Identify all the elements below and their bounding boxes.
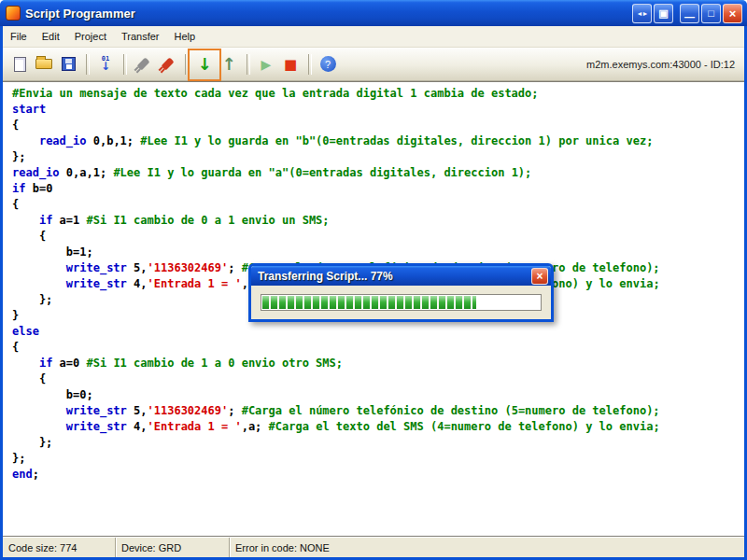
annotation-highlight-box bbox=[188, 49, 221, 81]
save-button[interactable] bbox=[57, 53, 79, 76]
code-line: read_io 0,b,1; #Lee I1 y lo guarda en "b… bbox=[12, 133, 744, 149]
code-line: { bbox=[12, 118, 744, 133]
code-line: read_io 0,a,1; #Lee I1 y lo guarda en "a… bbox=[12, 165, 744, 181]
toolbar-separator bbox=[308, 54, 312, 75]
new-file-button[interactable] bbox=[8, 53, 31, 76]
code-line: write_str 4,'Entrada 1 = ',a; #Carga el … bbox=[12, 419, 744, 435]
app-window: Script Programmer ◄► ▣ — □ × FileEditPro… bbox=[0, 0, 747, 560]
help-icon: ? bbox=[320, 56, 336, 72]
menu-item-edit[interactable]: Edit bbox=[35, 28, 67, 45]
transfer-dialog-body bbox=[251, 286, 551, 319]
menu-item-help[interactable]: Help bbox=[167, 28, 204, 45]
title-bar[interactable]: Script Programmer ◄► ▣ — □ × bbox=[0, 0, 747, 26]
window-title: Script Programmer bbox=[25, 7, 630, 21]
io-monitor-button[interactable]: 01 ↓ bbox=[94, 53, 117, 76]
menu-bar: FileEditProjectTransferHelp bbox=[3, 26, 744, 48]
progress-fill bbox=[262, 296, 476, 309]
code-line: { bbox=[12, 371, 744, 387]
transfer-dialog-close-button[interactable]: × bbox=[531, 268, 548, 285]
connect-button[interactable] bbox=[132, 53, 154, 76]
code-line: b=0; bbox=[12, 387, 744, 403]
menu-item-transfer[interactable]: Transfer bbox=[114, 28, 167, 45]
close-icon: × bbox=[536, 270, 543, 283]
code-line: write_str 5,'1136302469'; #Carga el núme… bbox=[12, 403, 744, 419]
menu-item-file[interactable]: File bbox=[3, 28, 35, 45]
close-button[interactable]: × bbox=[723, 4, 742, 23]
run-button[interactable]: ▶ bbox=[255, 53, 277, 76]
progress-bar bbox=[261, 294, 542, 311]
upload-arrow-icon: ↑ bbox=[221, 56, 235, 73]
shade-icon: ▣ bbox=[658, 7, 668, 20]
io-monitor-icon: 01 ↓ bbox=[101, 56, 110, 72]
minimize-icon: — bbox=[684, 11, 695, 22]
status-code-size: Code size: 774 bbox=[3, 538, 115, 557]
transfer-dialog-titlebar[interactable]: Transferring Script... 77% × bbox=[251, 266, 551, 286]
stop-button[interactable]: ■ bbox=[279, 53, 302, 76]
download-script-button[interactable]: ↓ bbox=[193, 53, 216, 76]
code-line: end; bbox=[12, 467, 744, 483]
code-line: if a=0 #Si I1 cambio de 1 a 0 envio otro… bbox=[12, 356, 744, 371]
code-line: }; bbox=[12, 451, 744, 467]
code-line: if a=1 #Si I1 cambio de 0 a 1 envio un S… bbox=[12, 213, 744, 229]
run-icon: ▶ bbox=[261, 57, 272, 72]
help-button[interactable]: ? bbox=[317, 53, 339, 76]
disconnect-plug-icon bbox=[161, 57, 174, 70]
connect-plug-icon bbox=[136, 57, 149, 70]
code-line: { bbox=[12, 340, 744, 356]
code-line: }; bbox=[12, 435, 744, 451]
code-line: { bbox=[12, 197, 744, 213]
app-icon bbox=[6, 6, 21, 21]
code-line: else bbox=[12, 324, 744, 340]
code-line: }; bbox=[12, 149, 744, 165]
menu-item-project[interactable]: Project bbox=[67, 28, 114, 45]
toolbar-separator bbox=[247, 54, 250, 75]
code-line: { bbox=[12, 229, 744, 245]
toolbar-separator bbox=[123, 54, 127, 75]
status-bar: Code size: 774 Device: GRD Error in code… bbox=[3, 537, 744, 557]
code-line: b=1; bbox=[12, 245, 744, 260]
open-file-button[interactable] bbox=[33, 53, 55, 76]
code-line: #Envia un mensaje de texto cada vez que … bbox=[12, 86, 744, 102]
save-icon bbox=[62, 57, 76, 71]
close-icon: × bbox=[729, 7, 737, 21]
shade-button[interactable]: ▣ bbox=[654, 4, 673, 23]
code-line: if b=0 bbox=[12, 181, 744, 197]
transfer-dialog-title: Transferring Script... 77% bbox=[258, 270, 531, 283]
toolbar: 01 ↓ ↓ ↑ ▶ ■ ? m2m.exemys.com:43000 - ID… bbox=[3, 48, 744, 81]
maximize-button[interactable]: □ bbox=[701, 4, 721, 23]
maximize-icon: □ bbox=[708, 7, 714, 19]
status-device: Device: GRD bbox=[115, 538, 229, 557]
upload-script-button[interactable]: ↑ bbox=[218, 53, 240, 76]
dock-icon: ◄► bbox=[637, 10, 648, 17]
stop-icon: ■ bbox=[284, 56, 297, 73]
open-folder-icon bbox=[35, 59, 52, 69]
dock-button[interactable]: ◄► bbox=[632, 4, 652, 23]
code-line: start bbox=[12, 102, 744, 118]
toolbar-separator bbox=[86, 54, 90, 75]
status-error: Error in code: NONE bbox=[229, 538, 744, 557]
connection-status: m2m.exemys.com:43000 - ID:12 bbox=[586, 59, 739, 70]
transfer-dialog: Transferring Script... 77% × bbox=[248, 263, 554, 322]
new-file-icon bbox=[14, 57, 26, 72]
disconnect-button[interactable] bbox=[156, 53, 178, 76]
minimize-button[interactable]: — bbox=[680, 4, 699, 23]
